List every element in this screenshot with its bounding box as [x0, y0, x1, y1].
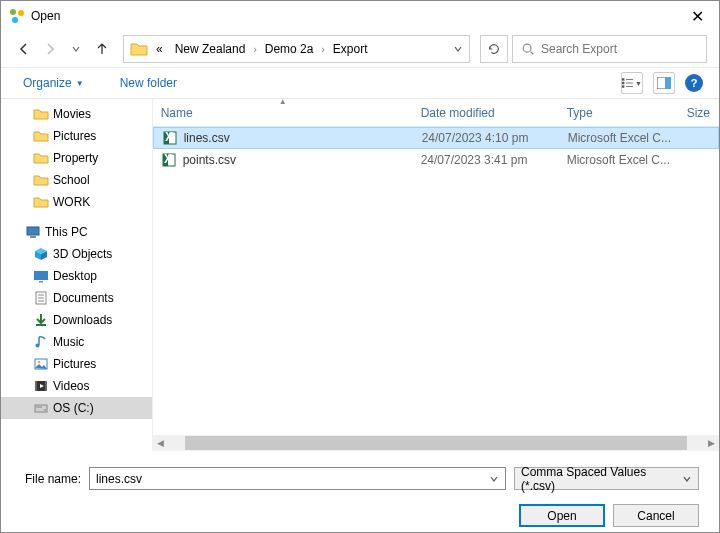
refresh-button[interactable] — [480, 35, 508, 63]
folder-icon — [33, 150, 49, 166]
tree-item-label: WORK — [53, 195, 90, 209]
new-folder-label: New folder — [120, 76, 177, 90]
search-box[interactable] — [512, 35, 707, 63]
music-icon — [33, 334, 49, 350]
new-folder-button[interactable]: New folder — [114, 72, 183, 94]
tree-item[interactable]: Downloads — [1, 309, 152, 331]
tree-item-label: Movies — [53, 107, 91, 121]
tree-item[interactable]: Music — [1, 331, 152, 353]
svg-text:X: X — [164, 152, 172, 166]
tree-item[interactable]: OS (C:) — [1, 397, 152, 419]
file-date: 24/07/2023 3:41 pm — [413, 153, 559, 167]
tree-item[interactable]: Desktop — [1, 265, 152, 287]
svg-rect-27 — [45, 381, 47, 391]
tree-item-label: OS (C:) — [53, 401, 94, 415]
tree-item-label: Pictures — [53, 129, 96, 143]
svg-rect-6 — [622, 82, 624, 84]
file-list[interactable]: Xlines.csv24/07/2023 4:10 pmMicrosoft Ex… — [153, 127, 719, 435]
organize-menu[interactable]: Organize ▼ — [17, 72, 90, 94]
svg-line-4 — [531, 52, 534, 55]
column-size[interactable]: Size — [679, 99, 719, 126]
svg-rect-15 — [34, 271, 48, 280]
address-bar[interactable]: « New Zealand › Demo 2a › Export — [123, 35, 470, 63]
svg-rect-12 — [665, 77, 671, 89]
svg-point-29 — [44, 409, 46, 411]
folder-icon — [130, 40, 148, 58]
3d-icon — [33, 246, 49, 262]
file-type: Microsoft Excel C... — [559, 153, 679, 167]
tree-item-label: This PC — [45, 225, 88, 239]
file-name-input[interactable] — [96, 472, 489, 486]
file-type-combo[interactable]: Comma Spaced Values (*.csv) — [514, 467, 699, 490]
folder-icon — [33, 172, 49, 188]
back-button[interactable] — [13, 38, 35, 60]
chevron-down-icon — [682, 474, 692, 484]
search-input[interactable] — [541, 42, 698, 56]
tree-item-label: Documents — [53, 291, 114, 305]
desktop-icon — [33, 268, 49, 284]
nav-bar: « New Zealand › Demo 2a › Export — [1, 31, 719, 67]
folder-tree[interactable]: MoviesPicturesPropertySchoolWORKThis PC3… — [1, 99, 152, 451]
forward-button[interactable] — [39, 38, 61, 60]
folder-icon — [33, 106, 49, 122]
tree-item[interactable]: Pictures — [1, 353, 152, 375]
tree-item-label: 3D Objects — [53, 247, 112, 261]
svg-rect-16 — [39, 281, 43, 283]
chevron-down-icon: ▼ — [76, 79, 84, 88]
view-options-button[interactable]: ▼ — [621, 72, 643, 94]
tree-item[interactable]: School — [1, 169, 152, 191]
documents-icon — [33, 290, 49, 306]
tree-item[interactable]: This PC — [1, 221, 152, 243]
search-icon — [521, 42, 535, 56]
breadcrumb-prefix[interactable]: « — [152, 40, 167, 58]
file-name-label: File name: — [21, 472, 81, 486]
sort-indicator: ▲ — [273, 97, 293, 106]
file-date: 24/07/2023 4:10 pm — [414, 131, 560, 145]
file-list-area: ▲ Name Date modified Type Size Xlines.cs… — [152, 99, 719, 451]
tree-item[interactable]: Property — [1, 147, 152, 169]
tree-item[interactable]: Videos — [1, 375, 152, 397]
column-date[interactable]: Date modified — [413, 99, 559, 126]
file-type-label: Comma Spaced Values (*.csv) — [521, 465, 682, 493]
recent-dropdown[interactable] — [65, 38, 87, 60]
breadcrumb-2[interactable]: Demo 2a — [261, 40, 318, 58]
tree-item-label: Music — [53, 335, 84, 349]
address-dropdown[interactable] — [453, 44, 463, 54]
svg-rect-26 — [35, 381, 37, 391]
chevron-right-icon: › — [253, 44, 256, 55]
tree-item[interactable]: WORK — [1, 191, 152, 213]
tree-item-label: Property — [53, 151, 98, 165]
file-row[interactable]: Xlines.csv24/07/2023 4:10 pmMicrosoft Ex… — [153, 127, 719, 149]
csv-file-icon: X — [162, 130, 178, 146]
organize-label: Organize — [23, 76, 72, 90]
file-name-combo[interactable] — [89, 467, 506, 490]
close-button[interactable]: ✕ — [675, 1, 719, 31]
column-type[interactable]: Type — [559, 99, 679, 126]
tree-item[interactable]: 3D Objects — [1, 243, 152, 265]
tree-item[interactable]: Movies — [1, 103, 152, 125]
tree-item[interactable]: Pictures — [1, 125, 152, 147]
tree-item[interactable]: Documents — [1, 287, 152, 309]
up-button[interactable] — [91, 38, 113, 60]
pictures-icon — [33, 356, 49, 372]
cancel-button[interactable]: Cancel — [613, 504, 699, 527]
file-type: Microsoft Excel C... — [560, 131, 680, 145]
breadcrumb-3[interactable]: Export — [329, 40, 372, 58]
open-button[interactable]: Open — [519, 504, 605, 527]
chevron-down-icon[interactable] — [489, 474, 499, 484]
toolbar: Organize ▼ New folder ▼ ? — [1, 67, 719, 99]
svg-rect-28 — [35, 405, 47, 412]
svg-point-22 — [36, 344, 40, 348]
svg-point-0 — [10, 9, 16, 15]
help-button[interactable]: ? — [685, 74, 703, 92]
tree-item-label: Downloads — [53, 313, 112, 327]
file-name: lines.csv — [184, 131, 230, 145]
csv-file-icon: X — [161, 152, 177, 168]
svg-rect-7 — [622, 85, 624, 87]
breadcrumb-1[interactable]: New Zealand — [171, 40, 250, 58]
svg-point-2 — [12, 17, 18, 23]
file-row[interactable]: Xpoints.csv24/07/2023 3:41 pmMicrosoft E… — [153, 149, 719, 171]
preview-pane-button[interactable] — [653, 72, 675, 94]
svg-text:X: X — [165, 130, 173, 144]
horizontal-scrollbar[interactable]: ◀ ▶ — [153, 435, 719, 451]
